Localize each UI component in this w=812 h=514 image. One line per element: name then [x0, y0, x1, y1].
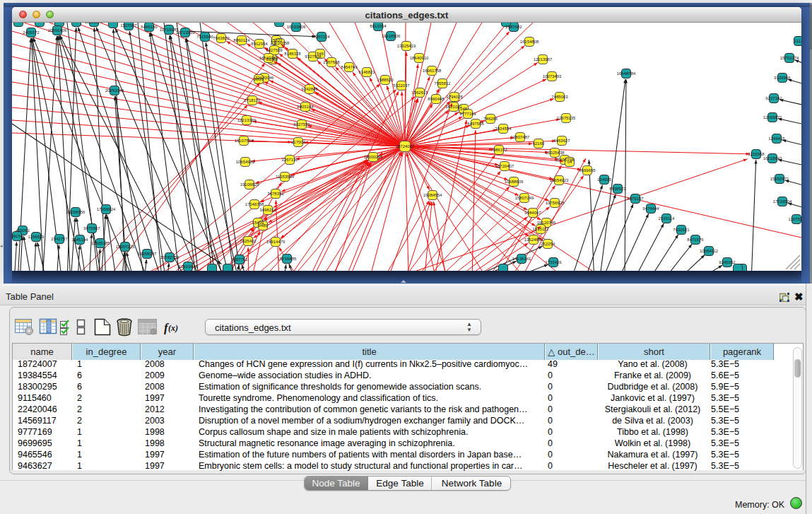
svg-text:04: 04 [567, 160, 572, 164]
svg-text:12505185: 12505185 [91, 241, 110, 245]
svg-text:1145194: 1145194 [72, 238, 89, 242]
svg-text:62160: 62160 [533, 141, 545, 146]
svg-text:14136141: 14136141 [512, 257, 531, 261]
svg-text:1588520: 1588520 [377, 78, 394, 82]
svg-text:9489: 9489 [258, 223, 268, 228]
svg-text:16713555: 16713555 [176, 30, 195, 35]
svg-text:8990448: 8990448 [428, 97, 445, 101]
svg-text:12093872: 12093872 [763, 115, 782, 119]
svg-text:8860124: 8860124 [233, 38, 250, 42]
svg-text:16154808: 16154808 [520, 40, 539, 44]
svg-text:252254: 252254 [541, 242, 555, 246]
svg-text:15716485: 15716485 [278, 257, 297, 261]
svg-text:2803144: 2803144 [297, 105, 314, 109]
svg-text:9146821: 9146821 [358, 70, 375, 74]
svg-text:746266: 746266 [483, 117, 498, 121]
svg-text:9227342: 9227342 [765, 96, 782, 100]
svg-text:10688609: 10688609 [505, 180, 524, 184]
svg-text:9329966: 9329966 [774, 76, 791, 80]
svg-text:546: 546 [317, 52, 324, 56]
svg-text:16210643: 16210643 [763, 156, 782, 160]
svg-text:1733426: 1733426 [545, 260, 562, 264]
svg-text:3678352: 3678352 [267, 192, 284, 196]
svg-text:3824554: 3824554 [495, 127, 512, 131]
svg-text:16033809: 16033809 [287, 25, 306, 29]
svg-text:1562615: 1562615 [411, 90, 428, 95]
svg-text:245: 245 [460, 107, 468, 111]
svg-text:12975135: 12975135 [557, 116, 576, 120]
svg-text:10973493: 10973493 [543, 74, 562, 78]
svg-text:2933114: 2933114 [659, 216, 676, 221]
svg-text:18300295: 18300295 [364, 155, 383, 159]
svg-text:17046788: 17046788 [245, 202, 264, 206]
svg-text:7515546: 7515546 [196, 35, 213, 39]
svg-text:3267130: 3267130 [281, 158, 298, 162]
svg-text:12213369: 12213369 [237, 118, 257, 122]
svg-text:16107554: 16107554 [235, 139, 254, 143]
svg-text:12213967: 12213967 [534, 57, 553, 62]
svg-text:12923448: 12923448 [179, 264, 198, 269]
svg-text:8813054: 8813054 [370, 24, 387, 28]
svg-text:20206556: 20206556 [66, 210, 86, 214]
svg-text:2405572: 2405572 [23, 30, 40, 35]
svg-text:11353594: 11353594 [276, 175, 295, 179]
svg-text:19384554: 19384554 [423, 193, 442, 197]
svg-text:7986372: 7986372 [490, 148, 507, 152]
svg-text:15807249: 15807249 [515, 196, 534, 200]
svg-text:10807487: 10807487 [511, 135, 530, 139]
svg-text:6879197: 6879197 [627, 197, 644, 201]
svg-text:7625402: 7625402 [240, 239, 257, 243]
svg-text:3498222: 3498222 [259, 208, 276, 212]
svg-text:8471676: 8471676 [687, 238, 704, 242]
svg-text:23226058: 23226058 [271, 41, 290, 45]
svg-text:217004: 217004 [291, 140, 306, 144]
svg-text:10654982: 10654982 [236, 160, 255, 164]
svg-text:18724007: 18724007 [396, 144, 415, 148]
svg-text:7663822: 7663822 [213, 36, 230, 40]
svg-text:10654112: 10654112 [700, 249, 719, 253]
svg-text:1112: 1112 [794, 39, 801, 43]
svg-text:1527607: 1527607 [120, 23, 137, 28]
svg-text:15751074: 15751074 [780, 56, 799, 60]
svg-text:8454749: 8454749 [341, 65, 358, 69]
svg-text:8186328: 8186328 [284, 52, 301, 56]
svg-text:5322037: 5322037 [393, 83, 410, 88]
svg-text:9242848: 9242848 [301, 87, 318, 91]
svg-text:18720407: 18720407 [495, 164, 514, 168]
svg-text:14914479: 14914479 [266, 240, 286, 244]
svg-text:9657791: 9657791 [231, 257, 248, 262]
svg-text:19756928: 19756928 [546, 201, 565, 205]
svg-text:164095: 164095 [597, 177, 612, 182]
svg-text:9327552: 9327552 [293, 122, 310, 127]
svg-text:20691406: 20691406 [48, 28, 67, 33]
svg-text:7632621: 7632621 [673, 228, 690, 232]
svg-text:16648784: 16648784 [617, 71, 636, 76]
svg-text:(x): (x) [168, 323, 178, 333]
svg-text:2987682: 2987682 [505, 25, 522, 29]
svg-text:16782759: 16782759 [160, 255, 180, 259]
svg-text:19106825: 19106825 [240, 182, 259, 187]
svg-text:18640910: 18640910 [410, 56, 429, 60]
svg-text:9474444: 9474444 [642, 206, 659, 211]
svg-text:19958187: 19958187 [138, 252, 157, 256]
svg-text:8912954: 8912954 [251, 42, 268, 46]
svg-text:9699695: 9699695 [579, 168, 596, 173]
svg-text:9896: 9896 [254, 77, 264, 81]
svg-text:13325419: 13325419 [397, 44, 416, 48]
svg-text:435061: 435061 [16, 228, 30, 233]
svg-text:10655267: 10655267 [85, 23, 104, 24]
svg-text:2367608: 2367608 [323, 60, 340, 64]
svg-text:7485063: 7485063 [551, 95, 568, 99]
svg-text:9794028: 9794028 [446, 95, 463, 99]
svg-text:17957225: 17957225 [116, 245, 135, 249]
svg-text:19218506: 19218506 [382, 34, 401, 38]
svg-text:9327509: 9327509 [266, 48, 283, 52]
svg-text:17016504: 17016504 [773, 199, 792, 204]
svg-text:16543382: 16543382 [259, 56, 278, 60]
svg-text:19654923: 19654923 [550, 178, 569, 182]
svg-text:9975867: 9975867 [83, 226, 100, 230]
svg-text:10025438: 10025438 [546, 151, 565, 155]
svg-text:8938923: 8938923 [609, 187, 626, 191]
svg-text:9245052: 9245052 [719, 260, 736, 264]
svg-text:6466160: 6466160 [141, 25, 158, 29]
